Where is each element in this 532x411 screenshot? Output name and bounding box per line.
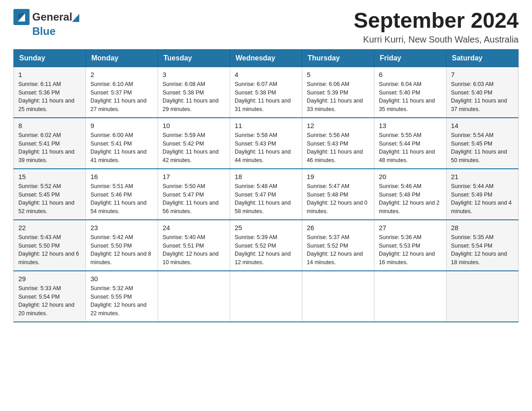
calendar-cell: 11 Sunrise: 5:58 AM Sunset: 5:43 PM Dayl… (230, 118, 302, 169)
day-number: 5 (307, 71, 369, 78)
day-info: Sunrise: 6:06 AM Sunset: 5:39 PM Dayligh… (307, 80, 369, 114)
calendar-week-row: 22 Sunrise: 5:43 AM Sunset: 5:50 PM Dayl… (14, 220, 519, 271)
calendar-cell: 19 Sunrise: 5:47 AM Sunset: 5:48 PM Dayl… (302, 169, 374, 220)
day-number: 21 (451, 173, 514, 180)
calendar-cell (446, 271, 519, 322)
calendar-cell (158, 271, 230, 322)
day-number: 11 (235, 122, 297, 129)
calendar-cell: 3 Sunrise: 6:08 AM Sunset: 5:38 PM Dayli… (158, 67, 230, 118)
day-number: 20 (379, 173, 442, 180)
day-info: Sunrise: 5:52 AM Sunset: 5:45 PM Dayligh… (18, 182, 81, 216)
calendar-cell: 10 Sunrise: 5:59 AM Sunset: 5:42 PM Dayl… (158, 118, 230, 169)
calendar-cell: 27 Sunrise: 5:36 AM Sunset: 5:53 PM Dayl… (374, 220, 446, 271)
calendar-cell: 28 Sunrise: 5:35 AM Sunset: 5:54 PM Dayl… (446, 220, 519, 271)
calendar-cell: 16 Sunrise: 5:51 AM Sunset: 5:46 PM Dayl… (86, 169, 158, 220)
day-info: Sunrise: 5:32 AM Sunset: 5:55 PM Dayligh… (90, 284, 153, 318)
calendar-week-row: 15 Sunrise: 5:52 AM Sunset: 5:45 PM Dayl… (14, 169, 519, 220)
day-info: Sunrise: 6:04 AM Sunset: 5:40 PM Dayligh… (379, 80, 442, 114)
header-tuesday: Tuesday (158, 49, 230, 67)
day-info: Sunrise: 5:54 AM Sunset: 5:45 PM Dayligh… (451, 131, 514, 165)
calendar-week-row: 8 Sunrise: 6:02 AM Sunset: 5:41 PM Dayli… (14, 118, 519, 169)
day-number: 18 (235, 173, 297, 180)
day-info: Sunrise: 5:56 AM Sunset: 5:43 PM Dayligh… (307, 131, 369, 165)
day-number: 6 (379, 71, 442, 78)
day-info: Sunrise: 5:36 AM Sunset: 5:53 PM Dayligh… (379, 233, 442, 267)
calendar-cell: 5 Sunrise: 6:06 AM Sunset: 5:39 PM Dayli… (302, 67, 374, 118)
day-number: 9 (90, 122, 153, 129)
day-number: 4 (235, 71, 297, 78)
calendar-cell: 4 Sunrise: 6:07 AM Sunset: 5:38 PM Dayli… (230, 67, 302, 118)
day-number: 19 (307, 173, 369, 180)
calendar-cell: 7 Sunrise: 6:03 AM Sunset: 5:40 PM Dayli… (446, 67, 519, 118)
header-friday: Friday (374, 49, 446, 67)
day-info: Sunrise: 5:44 AM Sunset: 5:49 PM Dayligh… (451, 182, 514, 216)
day-info: Sunrise: 6:10 AM Sunset: 5:37 PM Dayligh… (90, 80, 153, 114)
header-wednesday: Wednesday (230, 49, 302, 67)
header-thursday: Thursday (302, 49, 374, 67)
day-number: 17 (163, 173, 225, 180)
day-info: Sunrise: 5:33 AM Sunset: 5:54 PM Dayligh… (18, 284, 81, 318)
svg-marker-3 (72, 14, 79, 22)
page-header: General Blue September 2024 Kurri Kurri,… (13, 9, 519, 45)
calendar-week-row: 29 Sunrise: 5:33 AM Sunset: 5:54 PM Dayl… (14, 271, 519, 322)
month-title: September 2024 (354, 9, 519, 33)
day-number: 26 (307, 224, 369, 231)
calendar-cell: 18 Sunrise: 5:48 AM Sunset: 5:47 PM Dayl… (230, 169, 302, 220)
day-info: Sunrise: 6:02 AM Sunset: 5:41 PM Dayligh… (18, 131, 81, 165)
logo-icon (13, 9, 30, 25)
calendar-cell: 23 Sunrise: 5:42 AM Sunset: 5:50 PM Dayl… (86, 220, 158, 271)
day-info: Sunrise: 5:43 AM Sunset: 5:50 PM Dayligh… (18, 233, 81, 267)
calendar-cell: 30 Sunrise: 5:32 AM Sunset: 5:55 PM Dayl… (86, 271, 158, 322)
day-number: 10 (163, 122, 225, 129)
logo-blue-text: Blue (32, 25, 56, 37)
day-number: 8 (18, 122, 81, 129)
day-number: 7 (451, 71, 514, 78)
logo-triangle-icon (72, 13, 79, 22)
calendar-cell: 17 Sunrise: 5:50 AM Sunset: 5:47 PM Dayl… (158, 169, 230, 220)
calendar-cell: 29 Sunrise: 5:33 AM Sunset: 5:54 PM Dayl… (14, 271, 86, 322)
calendar-table: SundayMondayTuesdayWednesdayThursdayFrid… (13, 49, 519, 322)
day-info: Sunrise: 5:35 AM Sunset: 5:54 PM Dayligh… (451, 233, 514, 267)
calendar-cell: 24 Sunrise: 5:40 AM Sunset: 5:51 PM Dayl… (158, 220, 230, 271)
calendar-cell: 22 Sunrise: 5:43 AM Sunset: 5:50 PM Dayl… (14, 220, 86, 271)
calendar-cell: 1 Sunrise: 6:11 AM Sunset: 5:36 PM Dayli… (14, 67, 86, 118)
day-number: 12 (307, 122, 369, 129)
day-number: 27 (379, 224, 442, 231)
day-info: Sunrise: 5:40 AM Sunset: 5:51 PM Dayligh… (163, 233, 225, 267)
calendar-cell: 8 Sunrise: 6:02 AM Sunset: 5:41 PM Dayli… (14, 118, 86, 169)
day-info: Sunrise: 5:59 AM Sunset: 5:42 PM Dayligh… (163, 131, 225, 165)
day-number: 15 (18, 173, 81, 180)
calendar-cell: 6 Sunrise: 6:04 AM Sunset: 5:40 PM Dayli… (374, 67, 446, 118)
day-info: Sunrise: 6:03 AM Sunset: 5:40 PM Dayligh… (451, 80, 514, 114)
day-number: 22 (18, 224, 81, 231)
title-block: September 2024 Kurri Kurri, New South Wa… (354, 9, 519, 45)
calendar-week-row: 1 Sunrise: 6:11 AM Sunset: 5:36 PM Dayli… (14, 67, 519, 118)
day-info: Sunrise: 6:08 AM Sunset: 5:38 PM Dayligh… (163, 80, 225, 114)
calendar-cell: 13 Sunrise: 5:55 AM Sunset: 5:44 PM Dayl… (374, 118, 446, 169)
day-number: 1 (18, 71, 81, 78)
calendar-cell (302, 271, 374, 322)
day-number: 29 (18, 275, 81, 283)
svg-rect-0 (13, 9, 30, 25)
logo: General Blue (13, 9, 80, 38)
header-sunday: Sunday (14, 49, 86, 67)
day-number: 24 (163, 224, 225, 231)
calendar-cell: 15 Sunrise: 5:52 AM Sunset: 5:45 PM Dayl… (14, 169, 86, 220)
day-info: Sunrise: 5:46 AM Sunset: 5:48 PM Dayligh… (379, 182, 442, 216)
day-info: Sunrise: 5:58 AM Sunset: 5:43 PM Dayligh… (235, 131, 297, 165)
day-info: Sunrise: 6:07 AM Sunset: 5:38 PM Dayligh… (235, 80, 297, 114)
day-info: Sunrise: 5:48 AM Sunset: 5:47 PM Dayligh… (235, 182, 297, 216)
calendar-cell (230, 271, 302, 322)
day-number: 2 (90, 71, 153, 78)
calendar-cell: 12 Sunrise: 5:56 AM Sunset: 5:43 PM Dayl… (302, 118, 374, 169)
calendar-header-row: SundayMondayTuesdayWednesdayThursdayFrid… (14, 49, 519, 67)
day-number: 28 (451, 224, 514, 231)
day-info: Sunrise: 5:37 AM Sunset: 5:52 PM Dayligh… (307, 233, 369, 267)
day-info: Sunrise: 5:51 AM Sunset: 5:46 PM Dayligh… (90, 182, 153, 216)
header-saturday: Saturday (446, 49, 519, 67)
logo-general-text: General (32, 11, 72, 23)
day-info: Sunrise: 5:42 AM Sunset: 5:50 PM Dayligh… (90, 233, 153, 267)
day-number: 16 (90, 173, 153, 180)
location-title: Kurri Kurri, New South Wales, Australia (354, 34, 519, 45)
calendar-cell: 26 Sunrise: 5:37 AM Sunset: 5:52 PM Dayl… (302, 220, 374, 271)
